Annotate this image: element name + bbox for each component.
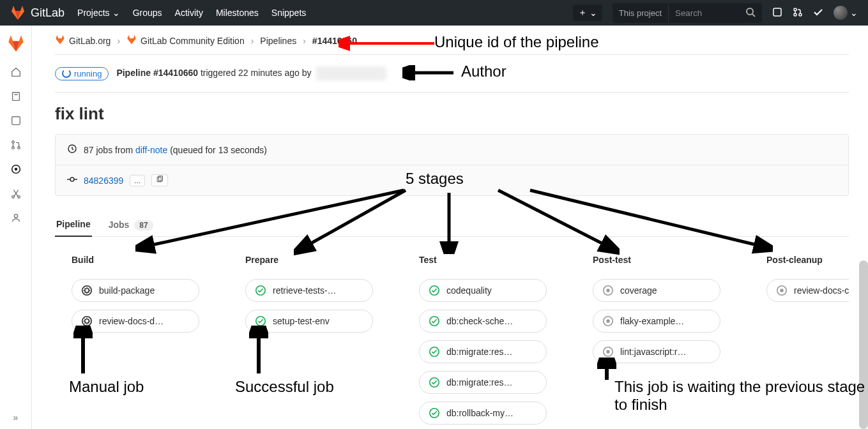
triggered-text: triggered 22 minutes ago by (198, 68, 314, 78)
nav-projects[interactable]: Projects⌄ (77, 8, 120, 18)
job-pill[interactable]: setup-test-env (245, 310, 373, 333)
jobs-text-b: (queued for 13 seconds) (167, 145, 267, 155)
issues-icon[interactable] (772, 7, 782, 19)
page-title: fix lint (55, 93, 849, 130)
svg-point-39 (606, 350, 609, 353)
svg-point-14 (11, 196, 14, 199)
search-button[interactable] (739, 3, 762, 23)
svg-rect-6 (12, 93, 19, 101)
stage-title: Post-test (593, 255, 720, 265)
crumb-project[interactable]: GitLab Community Edition (126, 34, 245, 47)
crumb-pipeline-id: #14410660 (312, 36, 357, 46)
pipeline-status-line: running Pipeline #14410660 triggered 22 … (55, 55, 849, 93)
job-label: db:migrate:res… (446, 377, 512, 388)
svg-point-15 (17, 196, 20, 199)
stage-column: Post-testcoverageflaky-example…lint:java… (593, 255, 720, 429)
chevron-down-icon: ⌄ (112, 8, 120, 18)
job-label: db:migrate:res… (446, 347, 512, 357)
job-label: db:rollback-my… (446, 408, 514, 418)
job-pill[interactable]: db:check-sche… (419, 310, 547, 333)
home-icon[interactable] (10, 66, 22, 79)
todos-icon[interactable] (813, 7, 823, 19)
svg-point-11 (17, 147, 20, 149)
nav-snippets[interactable]: Snippets (271, 8, 306, 18)
job-label: review-docs-c (794, 285, 849, 296)
repository-icon[interactable] (10, 90, 22, 103)
commit-sha-link[interactable]: 84826399 (84, 176, 123, 186)
svg-point-3 (794, 8, 796, 11)
gitlab-mini-icon (55, 34, 65, 47)
job-pill[interactable]: coverage (593, 279, 720, 302)
job-pill[interactable]: build-package (72, 279, 199, 302)
crumb-section[interactable]: Pipelines (260, 36, 296, 46)
crumb-sep: › (117, 36, 120, 46)
svg-point-0 (747, 8, 753, 15)
jobs-text-a: jobs from (94, 145, 135, 155)
status-badge[interactable]: running (55, 67, 109, 80)
job-label: setup-test-env (273, 316, 330, 326)
job-label: db:check-sche… (446, 316, 513, 326)
job-label: build-package (99, 285, 155, 296)
avatar-icon (834, 6, 848, 20)
crumb-org[interactable]: GitLab.org (55, 34, 110, 47)
issues-rail-icon[interactable] (10, 114, 22, 127)
collapse-rail-icon[interactable]: » (13, 412, 19, 423)
spinner-icon (62, 69, 71, 78)
job-pill[interactable]: db:migrate:res… (419, 371, 547, 394)
pipelines-rail-icon[interactable] (10, 163, 22, 176)
tab-pipeline[interactable]: Pipeline (55, 213, 92, 237)
job-pill[interactable]: flaky-example… (593, 310, 720, 333)
stage-title: Prepare (245, 255, 373, 265)
stage-column: Buildbuild-packagereview-docs-d… (72, 255, 199, 429)
job-pill[interactable]: db:rollback-my… (419, 402, 547, 425)
copy-sha-button[interactable] (151, 174, 168, 186)
scrollbar[interactable] (859, 260, 868, 429)
svg-point-18 (70, 177, 74, 181)
pipeline-graph: Buildbuild-packagereview-docs-d…Preparer… (55, 255, 849, 429)
user-menu[interactable]: ⌄ (834, 6, 858, 20)
job-pill[interactable]: review-docs-d… (72, 310, 199, 333)
job-pill[interactable]: db:migrate:res… (419, 340, 547, 363)
top-navbar: GitLab Projects⌄ Groups Activity Milesto… (0, 0, 868, 26)
left-rail: » (0, 26, 32, 429)
svg-point-16 (14, 214, 17, 218)
svg-point-41 (780, 289, 783, 292)
jobs-info-row: 87 jobs from diff-note (queued for 13 se… (56, 135, 848, 165)
new-dropdown[interactable]: ＋ ⌄ (573, 4, 602, 21)
job-label: codequality (446, 285, 492, 296)
commit-info-row: 84826399 ... (56, 165, 848, 195)
search-input[interactable] (669, 4, 739, 22)
svg-point-37 (606, 319, 609, 322)
snippets-rail-icon[interactable] (10, 187, 22, 200)
svg-rect-2 (773, 8, 781, 16)
merge-rail-icon[interactable] (10, 139, 22, 151)
expand-commit-button[interactable]: ... (130, 175, 145, 186)
merge-requests-icon[interactable] (793, 7, 803, 19)
search-scope[interactable]: This project (613, 4, 669, 22)
stage-column: Prepareretrieve-tests-…setup-test-env (245, 255, 373, 429)
nav-milestones[interactable]: Milestones (216, 8, 259, 18)
tab-jobs[interactable]: Jobs 87 (107, 213, 155, 236)
navbar-left: GitLab Projects⌄ Groups Activity Milesto… (10, 5, 306, 20)
chevron-down-icon: ⌄ (850, 8, 858, 18)
nav-groups[interactable]: Groups (133, 8, 162, 18)
gitlab-brand[interactable]: GitLab (10, 5, 65, 20)
plus-icon: ＋ (578, 7, 587, 19)
branch-link[interactable]: diff-note (135, 145, 167, 155)
svg-point-10 (11, 147, 14, 149)
commit-icon (67, 174, 77, 186)
pipeline-tabs: Pipeline Jobs 87 (55, 213, 849, 237)
breadcrumb: GitLab.org › GitLab Community Edition › … (55, 34, 849, 55)
members-rail-icon[interactable] (10, 211, 22, 224)
author-placeholder (316, 66, 386, 80)
svg-rect-8 (11, 117, 20, 125)
nav-activity[interactable]: Activity (175, 8, 203, 18)
job-pill[interactable]: codequality (419, 279, 547, 302)
job-pill[interactable]: review-docs-c (766, 279, 849, 302)
pipeline-id-label: Pipeline #14410660 (116, 68, 198, 78)
job-pill[interactable]: lint:javascript:r… (593, 340, 720, 363)
project-logo-icon[interactable] (7, 34, 25, 54)
chevron-down-icon: ⌄ (590, 8, 597, 18)
navbar-right: ＋ ⌄ This project ⌄ (573, 3, 858, 23)
job-pill[interactable]: retrieve-tests-… (245, 279, 373, 302)
